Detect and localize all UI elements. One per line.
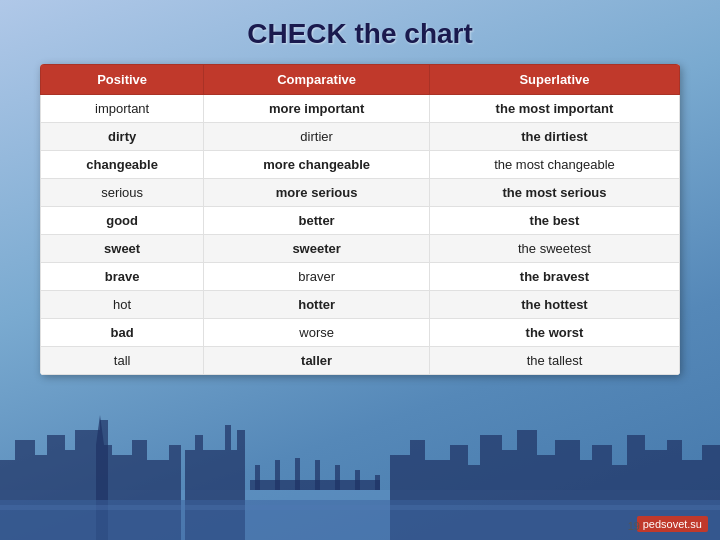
svg-rect-17 xyxy=(237,430,245,450)
cell-positive: brave xyxy=(41,263,204,291)
cell-superlative: the dirtiest xyxy=(429,123,679,151)
cell-positive: serious xyxy=(41,179,204,207)
cell-positive: dirty xyxy=(41,123,204,151)
cell-positive: hot xyxy=(41,291,204,319)
cell-positive: tall xyxy=(41,347,204,375)
svg-rect-45 xyxy=(0,505,720,510)
cell-positive: changeable xyxy=(41,151,204,179)
content-wrapper: CHECK the chart Positive Comparative Sup… xyxy=(0,0,720,385)
table-row: sweetsweeterthe sweetest xyxy=(41,235,680,263)
cell-comparative: dirtier xyxy=(204,123,430,151)
city-silhouette xyxy=(0,410,720,540)
col-comparative: Comparative xyxy=(204,65,430,95)
cell-superlative: the tallest xyxy=(429,347,679,375)
cell-positive: important xyxy=(41,95,204,123)
cell-comparative: braver xyxy=(204,263,430,291)
cell-comparative: better xyxy=(204,207,430,235)
col-positive: Positive xyxy=(41,65,204,95)
cell-superlative: the sweetest xyxy=(429,235,679,263)
cell-positive: good xyxy=(41,207,204,235)
cell-superlative: the most changeable xyxy=(429,151,679,179)
page-title: CHECK the chart xyxy=(40,18,680,50)
svg-rect-23 xyxy=(335,465,340,490)
table-row: badworsethe worst xyxy=(41,319,680,347)
chart-table: Positive Comparative Superlative importa… xyxy=(40,64,680,375)
table-row: bravebraverthe bravest xyxy=(41,263,680,291)
svg-rect-22 xyxy=(315,460,320,490)
table-header: Positive Comparative Superlative xyxy=(41,65,680,95)
svg-rect-16 xyxy=(225,425,231,450)
page-number: 19 xyxy=(628,520,640,532)
svg-rect-19 xyxy=(255,465,260,490)
cell-comparative: more serious xyxy=(204,179,430,207)
svg-rect-20 xyxy=(275,460,280,490)
cell-superlative: the bravest xyxy=(429,263,679,291)
cell-comparative: taller xyxy=(204,347,430,375)
cell-positive: bad xyxy=(41,319,204,347)
cell-superlative: the best xyxy=(429,207,679,235)
cell-superlative: the most important xyxy=(429,95,679,123)
cell-positive: sweet xyxy=(41,235,204,263)
table-row: importantmore importantthe most importan… xyxy=(41,95,680,123)
cell-superlative: the hottest xyxy=(429,291,679,319)
table-row: goodbetterthe best xyxy=(41,207,680,235)
watermark: pedsovet.su xyxy=(637,516,708,532)
cell-comparative: worse xyxy=(204,319,430,347)
table-row: hothotterthe hottest xyxy=(41,291,680,319)
cell-superlative: the most serious xyxy=(429,179,679,207)
svg-rect-15 xyxy=(195,435,203,450)
table-row: talltallerthe tallest xyxy=(41,347,680,375)
col-superlative: Superlative xyxy=(429,65,679,95)
svg-rect-21 xyxy=(295,458,300,490)
table-row: seriousmore seriousthe most serious xyxy=(41,179,680,207)
cell-comparative: more changeable xyxy=(204,151,430,179)
cell-comparative: hotter xyxy=(204,291,430,319)
cell-comparative: more important xyxy=(204,95,430,123)
table-row: dirtydirtierthe dirtiest xyxy=(41,123,680,151)
svg-rect-24 xyxy=(355,470,360,490)
table-row: changeablemore changeablethe most change… xyxy=(41,151,680,179)
cell-comparative: sweeter xyxy=(204,235,430,263)
table-body: importantmore importantthe most importan… xyxy=(41,95,680,375)
header-row: Positive Comparative Superlative xyxy=(41,65,680,95)
cell-superlative: the worst xyxy=(429,319,679,347)
svg-rect-25 xyxy=(375,475,380,490)
